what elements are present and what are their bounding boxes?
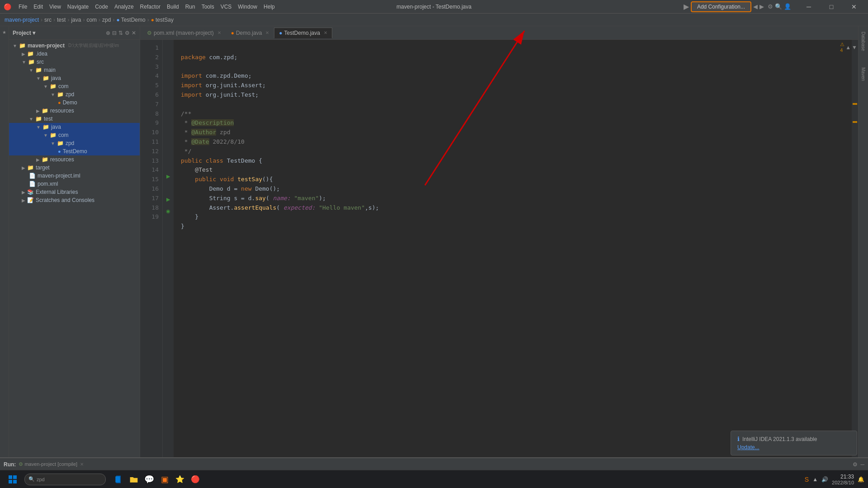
- collapse-icon[interactable]: ⊟: [112, 30, 117, 36]
- tab-close-testdemo[interactable]: ✕: [324, 30, 327, 35]
- menu-view[interactable]: View: [47, 3, 64, 11]
- tree-item-test[interactable]: ▼ 📁 test: [9, 115, 140, 123]
- menu-refactor[interactable]: Refactor: [137, 3, 163, 11]
- tree-item-external-libs[interactable]: ▶ 📚 External Libraries: [9, 188, 140, 196]
- tree-item-pom[interactable]: 📄 pom.xml: [9, 180, 140, 188]
- menu-vcs[interactable]: VCS: [218, 3, 235, 11]
- add-configuration-button[interactable]: Add Configuration...: [691, 1, 751, 12]
- menu-navigate[interactable]: Navigate: [65, 3, 91, 11]
- tree-item-testdemo[interactable]: ● TestDemo: [9, 147, 140, 155]
- sort-icon[interactable]: ⇅: [118, 30, 123, 36]
- database-tab[interactable]: Database: [859, 28, 867, 55]
- search-bar[interactable]: 🔍 zpd: [24, 474, 106, 485]
- taskbar-network-icon[interactable]: ▲: [812, 476, 818, 483]
- debug-gutter-15[interactable]: ◉: [163, 205, 174, 217]
- tree-item-scratches[interactable]: ▶ 📝 Scratches and Consoles: [9, 196, 140, 204]
- tree-item-iml[interactable]: 📄 maven-project.iml: [9, 172, 140, 180]
- tab-label-demo: Demo.java: [236, 30, 262, 36]
- run-gutter-12[interactable]: ▶: [163, 171, 174, 183]
- close-panel-icon[interactable]: ✕: [132, 30, 136, 36]
- menu-bar: File Edit View Navigate Code Analyze Ref…: [16, 3, 278, 11]
- tree-item-maven-project[interactable]: ▼ 📁 maven-project D:\大学\前后端\后\中级\m: [9, 42, 140, 50]
- taskbar-app4-icon[interactable]: ⭐: [174, 473, 186, 486]
- locate-icon[interactable]: ⊕: [106, 30, 110, 36]
- breadcrumb-project[interactable]: maven-project: [5, 17, 39, 23]
- taskbar-time: 21:33: [832, 474, 854, 480]
- tree-item-src[interactable]: ▼ 📁 src: [9, 58, 140, 66]
- taskbar-ime-icon[interactable]: S: [805, 476, 809, 483]
- tree-item-resources[interactable]: ▶ 📁 resources: [9, 107, 140, 115]
- info-icon: ℹ: [737, 436, 740, 442]
- maven-tab[interactable]: Maven: [859, 64, 867, 84]
- tab-pom-xml[interactable]: ⚙ pom.xml (maven-project) ✕: [142, 28, 226, 38]
- run-tab-close[interactable]: ✕: [80, 462, 84, 467]
- notification-update-link[interactable]: Update...: [737, 444, 760, 450]
- taskbar-right: S ▲ 🔊 21:33 2022/8/10 🔔: [805, 474, 864, 485]
- tab-close-pom[interactable]: ✕: [217, 30, 221, 35]
- breadcrumb-com[interactable]: com: [86, 17, 97, 23]
- run-panel-title: Run:: [4, 461, 16, 468]
- minimize-button[interactable]: ─: [798, 0, 819, 14]
- settings-icon[interactable]: ⚙: [125, 30, 130, 36]
- menu-run[interactable]: Run: [183, 3, 198, 11]
- collapse-warnings-icon[interactable]: ▼: [852, 44, 857, 51]
- activity-bar: ★: [0, 26, 9, 457]
- taskbar-app3-icon[interactable]: ▣: [158, 473, 171, 486]
- tree-item-test-resources[interactable]: ▶ 📁 resources: [9, 155, 140, 164]
- tab-demo-java[interactable]: ● Demo.java ✕: [226, 28, 274, 38]
- breadcrumb-testsay[interactable]: ●testSay: [151, 17, 174, 23]
- tree-item-test-java[interactable]: ▼ 📁 java: [9, 123, 140, 131]
- tree-item-target[interactable]: ▶ 📁 target: [9, 164, 140, 172]
- error-gutter: ⚠ 4 ▲ ▼: [852, 40, 858, 457]
- toolbar-build-icon[interactable]: ⚙: [768, 3, 773, 10]
- right-sidebar: Database Maven: [858, 26, 868, 457]
- breadcrumb-zpd[interactable]: zpd: [102, 17, 111, 23]
- tree-item-idea[interactable]: ▶ 📁 .idea: [9, 50, 140, 58]
- breadcrumb-src[interactable]: src: [44, 17, 52, 23]
- toolbar-forward-icon[interactable]: ▶: [760, 3, 764, 10]
- maximize-button[interactable]: □: [821, 0, 842, 14]
- run-settings-icon[interactable]: ⚙: [853, 461, 858, 468]
- run-tab-maven[interactable]: ⚙ maven-project [compile]: [19, 461, 77, 467]
- tree-item-test-zpd[interactable]: ▼ 📁 zpd: [9, 139, 140, 147]
- taskbar-wechat-icon[interactable]: 💬: [143, 473, 156, 486]
- menu-file[interactable]: File: [16, 3, 30, 11]
- run-icon[interactable]: ▶: [684, 2, 689, 11]
- close-button[interactable]: ✕: [844, 0, 864, 14]
- breadcrumb-testdemo[interactable]: ●TestDemo: [116, 17, 145, 23]
- menu-build[interactable]: Build: [164, 3, 182, 11]
- tree-item-test-com[interactable]: ▼ 📁 com: [9, 131, 140, 139]
- run-minimize-icon[interactable]: ─: [860, 461, 864, 468]
- favorites-icon[interactable]: ★: [2, 30, 6, 35]
- tree-item-main-java[interactable]: ▼ 📁 java: [9, 74, 140, 82]
- toolbar-back-icon[interactable]: ◀: [753, 3, 758, 10]
- taskbar-volume-icon[interactable]: 🔊: [821, 476, 828, 483]
- tab-close-demo[interactable]: ✕: [265, 30, 269, 35]
- taskbar-folder-icon[interactable]: [127, 473, 140, 486]
- tree-item-demo[interactable]: ● Demo: [9, 99, 140, 107]
- run-gutter-14[interactable]: ▶: [163, 194, 174, 206]
- taskbar-clock[interactable]: 21:33 2022/8/10: [832, 474, 854, 485]
- menu-edit[interactable]: Edit: [31, 3, 46, 11]
- menu-window[interactable]: Window: [235, 3, 260, 11]
- menu-analyze[interactable]: Analyze: [112, 3, 137, 11]
- toolbar-profile-icon[interactable]: 👤: [784, 3, 791, 10]
- menu-help[interactable]: Help: [261, 3, 278, 11]
- toolbar-search-icon[interactable]: 🔍: [775, 3, 782, 10]
- tree-item-main-com[interactable]: ▼ 📁 com: [9, 82, 140, 90]
- code-content[interactable]: package com.zpd; import com.zpd.Demo; im…: [174, 40, 852, 457]
- code-editor[interactable]: 12345 678910 1112131415 16171819 ▶ ▶ ◉ p…: [140, 40, 858, 457]
- taskbar-notification-icon[interactable]: 🔔: [858, 476, 864, 483]
- taskbar-idea-icon[interactable]: 🔴: [189, 473, 202, 486]
- tab-testdemo-java[interactable]: ● TestDemo.java ✕: [274, 28, 332, 38]
- menu-code[interactable]: Code: [92, 3, 111, 11]
- notification-popup: ℹ IntelliJ IDEA 2021.1.3 available Updat…: [731, 431, 857, 455]
- menu-tools[interactable]: Tools: [199, 3, 217, 11]
- breadcrumb-java[interactable]: java: [71, 17, 81, 23]
- expand-warnings-icon[interactable]: ▲: [845, 44, 851, 51]
- start-button[interactable]: [4, 470, 22, 488]
- tree-item-main[interactable]: ▼ 📁 main: [9, 66, 140, 74]
- tree-item-main-zpd[interactable]: ▼ 📁 zpd: [9, 90, 140, 99]
- taskbar-explorer-icon[interactable]: [112, 473, 125, 486]
- breadcrumb-test[interactable]: test: [57, 17, 66, 23]
